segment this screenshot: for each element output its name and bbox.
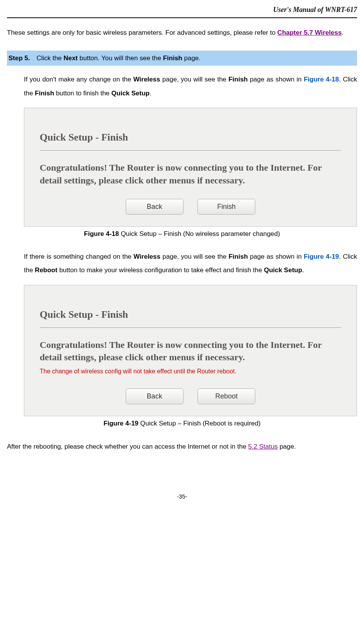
p1-t1: If you don't make any change on the [24, 76, 133, 83]
p1-b2: Finish [228, 76, 248, 83]
p2-b2: Finish [229, 253, 248, 260]
link-chapter-5-7[interactable]: Chapter 5.7 Wireless [277, 29, 342, 36]
caption-text-2: Quick Setup – Finish (Reboot is required… [138, 420, 261, 427]
link-figure-4-19[interactable]: Figure 4-19 [304, 253, 339, 260]
congrats-text: Congratulations! The Router is now conne… [40, 161, 341, 186]
button-row: Back Finish [40, 199, 341, 215]
finish-button[interactable]: Finish [197, 199, 255, 215]
intro-text: These settings are only for basic wirele… [7, 29, 277, 36]
p2-b3: Reboot [35, 266, 57, 274]
step-text2: button. You will then see the [78, 54, 163, 62]
p2-t3: page as shown in [248, 253, 304, 260]
step-text1: Click the [37, 54, 64, 62]
back-button[interactable]: Back [126, 199, 184, 215]
p2-t6: . [302, 266, 304, 274]
step-bold-finish: Finish [163, 54, 182, 62]
link-5-2-status[interactable]: 5.2 Status [248, 443, 278, 450]
quick-setup-title: Quick Setup - Finish [40, 130, 341, 151]
caption-bold: Figure 4-18 [84, 230, 119, 237]
outro-t1: After the rebooting, please check whethe… [7, 443, 248, 450]
p1-b4: Quick Setup [111, 90, 150, 97]
congrats-text-2: Congratulations! The Router is now conne… [40, 339, 341, 364]
reboot-warning: The change of wireless config will not t… [40, 367, 341, 376]
outro-t2: page. [278, 443, 296, 450]
step-label: Step 5. [8, 54, 30, 62]
p1-b3: Finish [35, 90, 54, 97]
paragraph-2: If there is something changed on the Wir… [24, 250, 357, 277]
figure-4-18-box: Quick Setup - Finish Congratulations! Th… [24, 108, 357, 227]
step-5-bar: Step 5. Click the Next button. You will … [7, 51, 357, 66]
p1-t2: page, you will see the [160, 76, 228, 83]
page-number: -35- [7, 492, 357, 501]
p2-b4: Quick Setup [264, 266, 302, 274]
p2-t2: page, you will see the [160, 253, 229, 260]
paragraph-1: If you don't make any change on the Wire… [24, 73, 357, 100]
caption-text: Quick Setup – Finish (No wireless parame… [119, 230, 280, 237]
figure-4-19-caption: Figure 4-19 Quick Setup – Finish (Reboot… [7, 419, 357, 429]
outro-paragraph: After the rebooting, please check whethe… [7, 440, 357, 454]
p1-t3: page as shown in [248, 76, 304, 83]
figure-4-18-caption: Figure 4-18 Quick Setup – Finish (No wir… [7, 229, 357, 239]
caption-bold-2: Figure 4-19 [103, 420, 138, 427]
step-text3: page. [182, 54, 201, 62]
quick-setup-title-2: Quick Setup - Finish [40, 307, 341, 328]
p2-t1: If there is something changed on the [24, 253, 133, 260]
page-header: User's Manual of WNRT-617 [7, 5, 357, 18]
link-figure-4-18[interactable]: Figure 4-18 [304, 76, 339, 83]
step-bold-next: Next [64, 54, 78, 62]
back-button-2[interactable]: Back [126, 388, 184, 404]
p2-b1: Wireless [133, 253, 160, 260]
p2-t5: button to make your wireless configurati… [57, 266, 264, 274]
p1-b1: Wireless [133, 76, 160, 83]
intro-paragraph: These settings are only for basic wirele… [7, 26, 357, 40]
intro-text-end: . [342, 29, 344, 36]
figure-4-19-box: Quick Setup - Finish Congratulations! Th… [24, 285, 357, 416]
button-row-2: Back Reboot [40, 388, 341, 404]
p1-t6: . [150, 90, 152, 97]
p1-t5: button to finish the [54, 90, 111, 97]
reboot-button[interactable]: Reboot [197, 388, 255, 404]
